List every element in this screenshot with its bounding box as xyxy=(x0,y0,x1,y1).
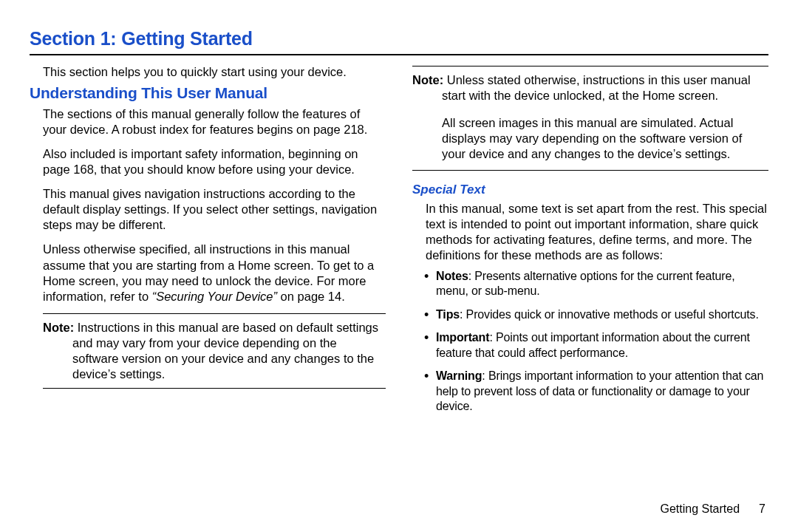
note-2-extra: All screen images in this manual are sim… xyxy=(412,115,768,162)
bullet-notes-text: : Presents alternative options for the c… xyxy=(436,270,735,297)
footer-page-number: 7 xyxy=(759,502,765,515)
right-column: Note: Unless stated otherwise, instructi… xyxy=(412,64,768,423)
left-p1: The sections of this manual generally fo… xyxy=(43,106,386,137)
special-text-heading: Special Text xyxy=(412,183,768,197)
note-rule-top-1 xyxy=(43,313,386,314)
left-p3: This manual gives navigation instruction… xyxy=(43,186,386,233)
note-2-label: Note: xyxy=(412,73,443,86)
bullet-important: Important: Points out important informat… xyxy=(426,330,768,361)
intro-paragraph: This section helps you to quickly start … xyxy=(43,64,386,80)
footer-chapter: Getting Started xyxy=(660,502,740,515)
bullet-tips-text: : Provides quick or innovative methods o… xyxy=(460,308,759,321)
note-2-body: Unless stated otherwise, instructions in… xyxy=(442,73,751,102)
left-p4: Unless otherwise specified, all instruct… xyxy=(43,242,386,304)
left-column: This section helps you to quickly start … xyxy=(30,64,386,423)
bullet-notes: Notes: Presents alternative options for … xyxy=(426,269,768,299)
bullet-tips-label: Tips xyxy=(436,308,460,321)
left-p4b: on page 14. xyxy=(277,290,345,303)
bullet-warning-text: : Brings important information to your a… xyxy=(436,369,763,412)
bullet-warning-label: Warning xyxy=(436,369,482,382)
special-intro: In this manual, some text is set apart f… xyxy=(426,201,768,263)
note-1-label: Note: xyxy=(43,321,74,334)
note-block-2: Note: Unless stated otherwise, instructi… xyxy=(412,66,768,171)
two-column-layout: This section helps you to quickly start … xyxy=(30,64,768,423)
left-p2: Also included is important safety inform… xyxy=(43,146,386,177)
note-1-body: Instructions in this manual are based on… xyxy=(72,321,378,381)
note-2-text: Note: Unless stated otherwise, instructi… xyxy=(412,72,768,103)
understanding-subheading: Understanding This User Manual xyxy=(30,84,386,102)
bullet-important-label: Important xyxy=(436,331,489,344)
section-title: Section 1: Getting Started xyxy=(30,28,768,50)
title-rule xyxy=(30,54,768,55)
bullet-notes-label: Notes xyxy=(436,270,468,282)
securing-ref: “Securing Your Device” xyxy=(152,290,277,303)
note-block-1: Note: Instructions in this manual are ba… xyxy=(43,313,386,389)
special-text-list: Notes: Presents alternative options for … xyxy=(426,269,768,415)
bullet-warning: Warning: Brings important information to… xyxy=(426,369,768,414)
note-1-text: Note: Instructions in this manual are ba… xyxy=(43,320,386,382)
note-rule-bottom-2 xyxy=(412,170,768,171)
note-rule-bottom-1 xyxy=(43,388,386,389)
page-footer: Getting Started7 xyxy=(660,502,765,516)
note-rule-top-2 xyxy=(412,66,768,66)
bullet-tips: Tips: Provides quick or innovative metho… xyxy=(426,307,768,322)
